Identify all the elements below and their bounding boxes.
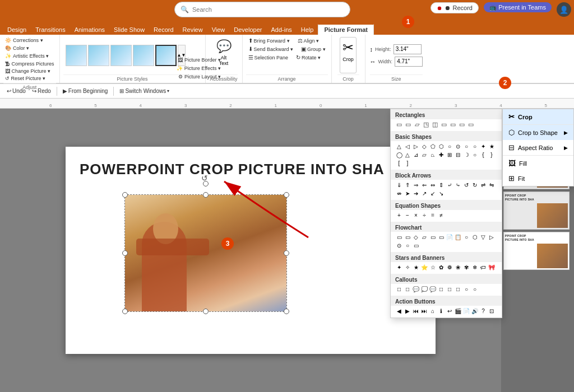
from-beginning-button[interactable]: ▶ From Beginning xyxy=(61,87,110,95)
ba-qa[interactable]: ↗ xyxy=(420,189,428,197)
fc-doc[interactable]: 📄 xyxy=(446,233,453,241)
alt-text-button[interactable]: 💬 Alt Text xyxy=(214,37,234,68)
fc-card[interactable]: ▭ xyxy=(412,241,420,249)
crop-menu-crop[interactable]: ✂ Crop xyxy=(503,109,573,125)
selection-pane-button[interactable]: ☰ Selection Pane xyxy=(246,54,291,61)
send-backward-button[interactable]: ⬇ Send Backward ▾ xyxy=(246,45,296,53)
shape-brace-r[interactable]: } xyxy=(488,151,496,158)
ba-q3[interactable]: ↺ xyxy=(462,181,470,189)
co-7[interactable]: □ xyxy=(446,285,453,293)
selected-image[interactable]: ↺ xyxy=(124,194,287,312)
width-input[interactable] xyxy=(395,57,423,67)
corrections-button[interactable]: 🔆 Corrections ▾ xyxy=(3,37,56,44)
ab-movie[interactable]: 🎬 xyxy=(454,307,462,315)
crop-menu-fit[interactable]: ⊞ Fit xyxy=(503,171,573,186)
handle-bottom-left[interactable] xyxy=(122,309,128,314)
fc-decision[interactable]: ◇ xyxy=(412,233,420,241)
handle-top-right[interactable] xyxy=(284,192,289,198)
pic-style-1[interactable] xyxy=(66,45,87,66)
sb-10[interactable]: ❄ xyxy=(471,263,479,271)
crop-menu-fill[interactable]: 🖼 Fill xyxy=(503,156,573,171)
sb-2[interactable]: ✧ xyxy=(404,263,411,271)
picture-border-button[interactable]: 🖼 Picture Border ▾ xyxy=(178,57,201,63)
present-teams-button[interactable]: 📺 Present in Teams xyxy=(484,2,552,12)
shape-brace-l[interactable]: { xyxy=(479,151,487,158)
eq-div[interactable]: ÷ xyxy=(420,211,428,219)
fc-predef[interactable]: ▭ xyxy=(429,233,437,241)
ba-q7[interactable]: ⇎ xyxy=(395,189,403,197)
shape-rect[interactable]: ▭ xyxy=(395,120,403,128)
ab-help[interactable]: ? xyxy=(479,307,487,315)
eq-minus[interactable]: − xyxy=(404,211,411,219)
fc-multidoc[interactable]: 📋 xyxy=(454,233,462,241)
eq-times[interactable]: × xyxy=(412,211,420,219)
tab-slide-show[interactable]: Slide Show xyxy=(109,25,149,35)
shape-oct[interactable]: ⊙ xyxy=(454,142,462,150)
switch-windows-button[interactable]: ⊞ Switch Windows ▾ xyxy=(117,87,172,95)
shape-ring[interactable]: ○ xyxy=(471,151,479,158)
shape-round2[interactable]: ▭ xyxy=(440,120,448,128)
ba-qc[interactable]: ↘ xyxy=(437,189,445,197)
co-3[interactable]: 💬 xyxy=(412,285,420,293)
user-avatar[interactable]: 👤 xyxy=(557,2,571,17)
shape-rtri[interactable]: ◁ xyxy=(404,142,411,150)
shape-hept[interactable]: ○ xyxy=(446,142,453,150)
eq-neq[interactable]: ≠ xyxy=(437,211,445,219)
ba-q4[interactable]: ↻ xyxy=(471,181,479,189)
co-9[interactable]: ○ xyxy=(462,285,470,293)
sb-8[interactable]: ❀ xyxy=(454,263,462,271)
ba-right[interactable]: ⇒ xyxy=(412,181,420,189)
shape-bracket-l[interactable]: [ xyxy=(395,159,403,167)
rotate-button[interactable]: ↻ Rotate ▾ xyxy=(294,54,323,61)
crop-large-button[interactable]: ✂ Crop xyxy=(340,37,357,73)
shape-snip3[interactable]: ◫ xyxy=(431,120,439,128)
sb-9[interactable]: ✾ xyxy=(462,263,470,271)
compress-pictures-button[interactable]: 🗜 Compress Pictures xyxy=(3,60,56,67)
shape-round5[interactable]: ▭ xyxy=(467,120,475,128)
crop-menu-crop-to-shape[interactable]: ⬡ Crop to Shape ▶ xyxy=(503,125,573,140)
ba-q2[interactable]: ⤷ xyxy=(454,181,462,189)
tab-add-ins[interactable]: Add-ins xyxy=(266,25,296,35)
handle-bottom-center[interactable] xyxy=(203,309,209,314)
search-bar[interactable]: 🔍 xyxy=(174,2,350,17)
fc-prep[interactable]: ⬡ xyxy=(471,233,479,241)
shape-snip2[interactable]: ◳ xyxy=(422,120,430,128)
ba-left[interactable]: ⇐ xyxy=(420,181,428,189)
ab-blank[interactable]: ⊡ xyxy=(488,307,496,315)
handle-middle-right[interactable] xyxy=(284,250,289,256)
ab-doc[interactable]: 📄 xyxy=(462,307,470,315)
picture-effects-button[interactable]: ✨ Picture Effects ▾ xyxy=(177,66,201,71)
tab-animations[interactable]: Animations xyxy=(70,25,109,35)
fc-delay[interactable]: ▷ xyxy=(488,233,496,241)
ba-ud[interactable]: ⇕ xyxy=(437,181,445,189)
co-4[interactable]: 💭 xyxy=(420,285,428,293)
co-5[interactable]: 💬 xyxy=(429,285,437,293)
shape-ellipse[interactable]: ◯ xyxy=(395,151,403,158)
slide-thumb-3[interactable]: PPOINT CROP PICTURE INTO SHA xyxy=(503,192,570,230)
sb-7[interactable]: ❁ xyxy=(446,263,453,271)
fc-alt-process[interactable]: ▭ xyxy=(404,233,411,241)
artistic-effects-button[interactable]: ✨ Artistic Effects ▾ xyxy=(3,53,56,59)
shape-trap[interactable]: ⏢ xyxy=(429,151,437,158)
shape-rtri2[interactable]: ▷ xyxy=(412,142,420,150)
shape-snip[interactable]: ▱ xyxy=(413,120,421,128)
pic-style-4[interactable] xyxy=(133,45,154,66)
slide[interactable]: POWERPOINT CROP PICTURE INTO SHA xyxy=(66,147,436,354)
handle-top-center[interactable] xyxy=(203,192,209,198)
ba-q9[interactable]: ➔ xyxy=(412,189,420,197)
shape-round4[interactable]: ▭ xyxy=(458,120,466,128)
group-button[interactable]: ▣ Group ▾ xyxy=(299,45,328,53)
pic-style-5[interactable] xyxy=(155,45,177,66)
fc-manual[interactable]: ▽ xyxy=(479,233,487,241)
tab-view[interactable]: View xyxy=(207,25,230,35)
search-input[interactable] xyxy=(192,6,344,13)
ab-beginning[interactable]: ⏮ xyxy=(412,307,420,315)
ab-home[interactable]: ⌂ xyxy=(429,307,437,315)
handle-middle-left[interactable] xyxy=(122,250,128,256)
sb-banner1[interactable]: 🏷 xyxy=(479,263,487,271)
sb-banner2[interactable]: 🎀 xyxy=(488,263,496,271)
co-1[interactable]: □ xyxy=(395,285,403,293)
height-input[interactable] xyxy=(394,44,422,54)
ab-info[interactable]: ℹ xyxy=(437,307,445,315)
tab-design[interactable]: Design xyxy=(3,25,31,35)
